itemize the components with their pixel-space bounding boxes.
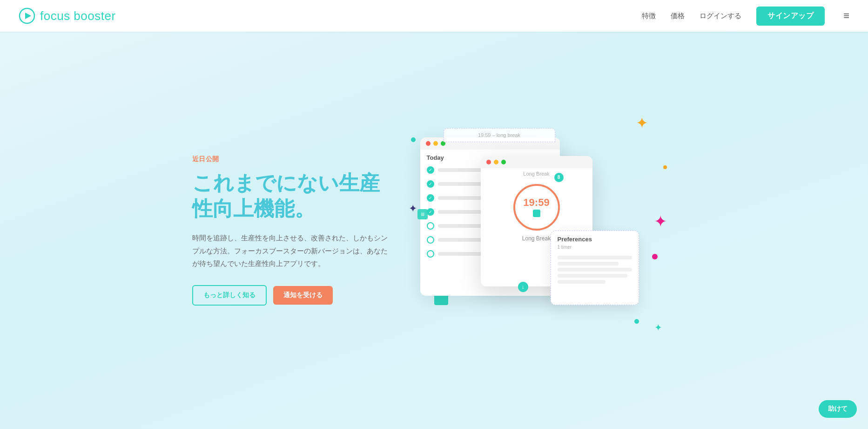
gold-dot-icon (663, 165, 667, 169)
star-teal-icon: ✦ (654, 322, 662, 333)
check-icon (427, 236, 434, 244)
star-gold-icon: ✦ (636, 114, 648, 132)
timer-stop-icon (533, 210, 540, 217)
notify-me-button[interactable]: 通知を受ける (273, 286, 333, 305)
prefs-subtitle: 1 timer (551, 245, 639, 253)
teal-dot-bottom-icon (634, 319, 639, 324)
check-icon (427, 194, 434, 202)
prefs-row (558, 256, 632, 259)
prefs-title: Preferences (551, 231, 639, 245)
svg-marker-1 (25, 13, 31, 19)
hero-badge: 近日公開 (192, 155, 388, 163)
learn-more-button[interactable]: もっと詳しく知る (192, 285, 267, 306)
long-break-label: Long Break (522, 235, 551, 242)
hero-buttons: もっと詳しく知る 通知を受ける (192, 285, 388, 306)
dot-red (426, 141, 431, 146)
logo-text: focus booster (40, 9, 116, 23)
prefs-row (558, 268, 632, 272)
preferences-panel: Preferences 1 timer (551, 231, 639, 305)
signup-button[interactable]: サインアップ (756, 7, 825, 26)
prefs-row (558, 262, 619, 266)
break-mode-label: Long Break (481, 168, 592, 177)
hero-section: 近日公開 これまでにない生産性向上機能。 時間を追跡し、生産性を向上させる、改善… (0, 0, 868, 429)
check-icon (427, 208, 434, 216)
check-icon (427, 250, 434, 258)
nav-features[interactable]: 特徴 (642, 12, 656, 20)
prefs-row (558, 280, 606, 284)
help-button[interactable]: 助けて (819, 400, 857, 418)
timer-titlebar (481, 156, 592, 168)
mockup-container: ✦ ✦ ✦ ✦ 19:5 (406, 109, 676, 352)
prefs-row (558, 274, 627, 278)
check-icon (427, 222, 434, 230)
timer-circle-wrapper: 19:59 8 (513, 177, 560, 232)
topbar-label: 19:59 – long break (478, 132, 520, 138)
hero-description: 時間を追跡し、生産性を向上させる、改善された、しかもシンプルな方法。フォーカスブ… (192, 232, 388, 270)
hero-illustration: ✦ ✦ ✦ ✦ 19:5 (406, 109, 676, 352)
dot-yellow (494, 160, 498, 164)
navbar: focus booster 特徴 価格 ログインする サインアップ ≡ (0, 0, 868, 32)
dot-red (486, 160, 491, 164)
dot-green (501, 160, 506, 164)
hero-text-block: 近日公開 これまでにない生産性向上機能。 時間を追跡し、生産性を向上させる、改善… (192, 155, 388, 306)
teal-dot-top-icon (411, 137, 416, 142)
nav-login[interactable]: ログインする (700, 12, 741, 20)
nav-pricing[interactable]: 価格 (671, 12, 685, 20)
check-icon (427, 166, 434, 174)
dot-yellow (433, 141, 438, 146)
hamburger-icon[interactable]: ≡ (843, 10, 849, 22)
logo-link[interactable]: focus booster (19, 7, 116, 24)
star-pink-icon: ✦ (654, 212, 667, 231)
pink-dot-icon (652, 254, 658, 259)
notification-badge: 8 (554, 173, 564, 182)
logo-icon (19, 7, 35, 24)
star-navy-icon: ✦ (409, 203, 417, 215)
timer-time: 19:59 (523, 197, 549, 208)
timer-circle: 19:59 (513, 184, 560, 231)
topbar-panel: 19:59 – long break (444, 128, 555, 142)
nav-links: 特徴 価格 ログインする サインアップ ≡ (642, 7, 849, 26)
check-icon (427, 180, 434, 188)
hero-title: これまでにない生産性向上機能。 (192, 170, 388, 221)
